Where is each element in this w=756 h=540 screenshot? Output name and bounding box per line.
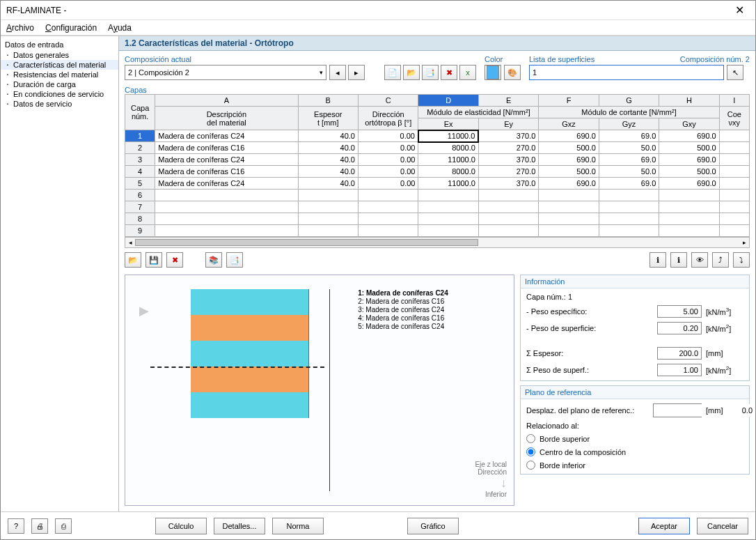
play-icon: ▶ [139,303,149,318]
radio-centro[interactable]: Centro de la composición [526,447,743,456]
table-row[interactable]: 3 Madera de coníferas C2440.00.00 11000.… [125,154,750,166]
sidebar-item-datos-generales[interactable]: Datos generales [1,50,118,60]
detalles-button[interactable]: Detalles... [214,518,265,534]
sidebar-item-resistencias[interactable]: Resistencias del material [1,70,118,79]
window-title: RF-LAMINATE - [6,6,66,15]
aceptar-button[interactable]: Aceptar [638,518,690,534]
radio-borde-superior[interactable]: Borde superior [526,434,743,443]
peso-especifico [657,305,702,318]
info2-icon[interactable]: ℹ [670,252,687,268]
table-row[interactable]: 4 Madera de coníferas C1640.00.00 8000.0… [125,166,750,178]
sidebar-root[interactable]: Datos de entrada [1,39,118,50]
col-A[interactable]: A [155,95,298,107]
col-G[interactable]: G [599,95,659,107]
desplaz-spinner[interactable]: ▲▼ [653,403,702,417]
sum-espesor [657,347,702,360]
menu-config[interactable]: ConfiguraciónConfiguración [45,23,97,33]
sidebar-item-condiciones[interactable]: En condiciones de servicio [1,89,118,99]
calculo-button[interactable]: Cálculo [155,518,207,534]
color-picker-icon[interactable]: 🎨 [504,65,521,80]
superficies-input[interactable] [529,65,724,80]
col-H[interactable]: H [659,95,719,107]
radio-borde-inferior[interactable]: Borde inferior [526,461,743,470]
col-F[interactable]: F [539,95,599,107]
table-row[interactable]: 6 [125,190,750,201]
info1-icon[interactable]: ℹ [649,252,666,268]
sidebar-item-servicio[interactable]: Datos de servicio [1,99,118,109]
export2-icon[interactable]: ⤵ [733,252,750,268]
open2-icon[interactable]: 📂 [125,252,141,268]
composicion-num: Composición núm. 2 [680,55,750,63]
export-icon[interactable]: ⎙ [55,518,72,534]
grafico-button[interactable]: Gráfico [407,518,459,534]
col-B[interactable]: B [298,95,358,107]
ref-panel-title: Plano de referencia [521,386,749,399]
copy2-icon[interactable]: 📑 [226,252,243,268]
col-E[interactable]: E [478,95,538,107]
composicion-combo[interactable]: 2 | Composición 2▾ [125,65,326,80]
section-title: 1.2 Características del material - Ortót… [119,36,755,51]
library-icon[interactable]: 📚 [205,252,222,268]
cancelar-button[interactable]: Cancelar [697,518,748,534]
col-I[interactable]: I [719,95,749,107]
layer-labels: 1: Madera de coníferas C24 2: Madera de … [358,289,448,491]
copy-icon[interactable]: 📑 [422,65,439,80]
delete2-icon[interactable]: ✖ [166,252,183,268]
sidebar: Datos de entrada Datos generales Caracte… [1,36,119,511]
horizontal-scrollbar[interactable]: ◂▸ [125,237,750,248]
excel-icon[interactable]: x [459,65,476,80]
axis-indicator: Eje z local Dirección ↓ Inferior [475,461,507,498]
capas-label: Capas [119,84,755,94]
sidebar-item-caracteristicas[interactable]: Características del material [1,60,118,70]
peso-superficie [657,322,702,334]
info-capa: Capa núm.: 1 [526,293,743,301]
export1-icon[interactable]: ⤴ [712,252,729,268]
col-capa[interactable]: Capanúm. [125,95,155,130]
print-icon[interactable]: 🖨 [31,518,48,534]
delete-icon[interactable]: ✖ [441,65,457,80]
next-button[interactable]: ▸ [348,65,365,80]
new-icon[interactable]: 📄 [384,65,401,80]
composicion-label: Composición actual [125,55,476,63]
eye-icon[interactable]: 👁 [691,252,708,268]
col-D[interactable]: D [418,95,478,107]
col-C[interactable]: C [359,95,418,107]
info-panel-title: Información [521,275,749,288]
pick-surface-icon[interactable]: ↖ [727,65,743,80]
help-icon[interactable]: ? [8,518,24,534]
open-icon[interactable]: 📂 [403,65,420,80]
table-row[interactable]: 8 [125,213,750,225]
color-label: Color [485,55,521,63]
color-swatch[interactable] [485,65,501,80]
sidebar-item-duracion[interactable]: Duración de carga [1,79,118,89]
save-icon[interactable]: 💾 [145,252,162,268]
prev-button[interactable]: ◂ [329,65,346,80]
table-row[interactable]: 9 [125,225,750,237]
table-row[interactable]: 7 [125,201,750,213]
superficies-label: Lista de superficies [529,55,594,63]
table-row[interactable]: 2 Madera de coníferas C1640.00.00 8000.0… [125,142,750,154]
table-row[interactable]: 1 Madera de coníferas C2440.00.00 11000.… [125,130,750,142]
layer-preview: ▶ 1: Madera de coníferas C24 [125,275,514,506]
menubar: AArchivorchivo ConfiguraciónConfiguració… [1,20,755,36]
sum-peso-superf [657,364,702,376]
menu-archivo[interactable]: AArchivorchivo [6,23,34,33]
close-icon[interactable]: ✕ [730,3,750,17]
norma-button[interactable]: Norma [272,518,324,534]
menu-ayuda[interactable]: AyudaAyuda [108,23,132,33]
table-row[interactable]: 5 Madera de coníferas C2440.00.00 11000.… [125,178,750,190]
layers-table: Capanúm. A B C D E F G H I Descripciónde… [125,94,750,237]
